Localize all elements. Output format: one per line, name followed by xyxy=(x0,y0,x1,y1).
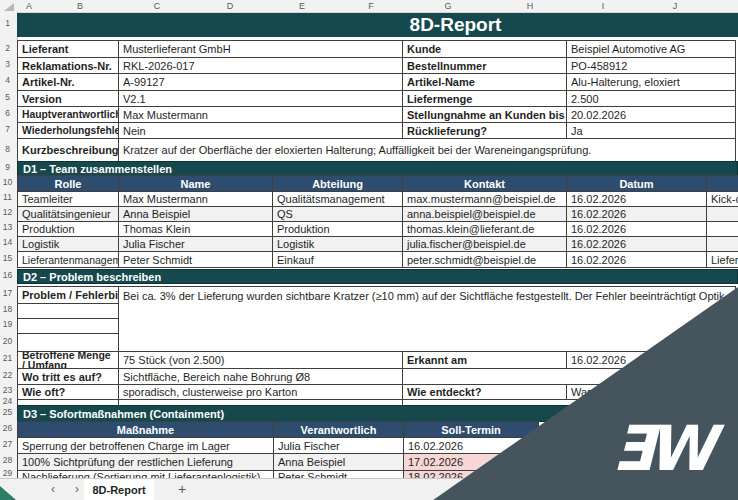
table-column-header[interactable]: Name xyxy=(118,175,273,192)
row-header[interactable]: 14 xyxy=(0,237,15,247)
column-header[interactable]: C xyxy=(148,0,166,12)
table-cell[interactable]: max.mustermann@beispiel.de xyxy=(402,191,567,207)
column-header[interactable]: I xyxy=(594,0,612,12)
row-header[interactable]: 20 xyxy=(0,336,15,346)
row-header[interactable]: 11 xyxy=(0,192,15,202)
row-header[interactable]: 17 xyxy=(0,288,15,298)
table-cell[interactable]: 16.02.2026 xyxy=(566,206,707,222)
row-header[interactable]: 6 xyxy=(0,108,15,118)
prev-sheet-icon[interactable]: ‹ xyxy=(46,482,60,496)
table-cell[interactable]: 100% Sichtprüfung der restlichen Lieferu… xyxy=(17,453,274,471)
column-header[interactable]: G xyxy=(439,0,457,12)
table-cell[interactable]: Kick-of xyxy=(706,191,738,207)
field-value[interactable]: 2.500 xyxy=(566,90,736,107)
table-cell[interactable]: Julia Fischer xyxy=(118,236,273,252)
row-header[interactable]: 24 xyxy=(0,396,15,406)
row-header[interactable]: 8 xyxy=(0,144,15,154)
table-cell[interactable] xyxy=(706,236,738,252)
table-cell[interactable]: 16.02.2026 xyxy=(566,191,707,207)
column-header[interactable]: F xyxy=(362,0,380,12)
empty-cell[interactable] xyxy=(17,333,119,352)
field-label[interactable]: Betroffene Menge / Umfang xyxy=(17,351,119,369)
row-header[interactable]: 27 xyxy=(0,439,15,449)
row-header[interactable]: 16 xyxy=(0,270,15,280)
field-value[interactable]: RKL-2026-017 xyxy=(118,57,403,74)
row-header[interactable]: 26 xyxy=(0,423,15,433)
table-column-header[interactable]: Rolle xyxy=(17,175,119,192)
sheet-tab-active[interactable]: 8D-Report xyxy=(84,479,154,500)
table-cell[interactable]: anna.beispiel@beispiel.de xyxy=(402,206,567,222)
problem-description-cell[interactable]: Bei ca. 3% der Lieferung wurden sichtbar… xyxy=(118,286,736,352)
field-value[interactable]: Musterlieferant GmbH xyxy=(118,40,403,58)
row-header[interactable]: 7 xyxy=(0,124,15,134)
table-cell[interactable]: 16.02.2026 xyxy=(566,221,707,237)
row-header[interactable]: 25 xyxy=(0,407,15,417)
table-cell[interactable]: Peter Schmidt xyxy=(118,251,273,268)
field-label[interactable]: Erkannt am xyxy=(402,351,567,369)
table-column-header[interactable]: Abteilung xyxy=(272,175,403,192)
row-header[interactable]: 12 xyxy=(0,207,15,217)
field-value[interactable]: Ja xyxy=(566,122,736,139)
field-label[interactable]: Kunde xyxy=(402,40,567,58)
column-header[interactable]: A xyxy=(20,0,38,12)
next-sheet-icon[interactable]: › xyxy=(70,482,84,496)
row-header[interactable]: 5 xyxy=(0,92,15,102)
field-value[interactable]: Alu-Halterung, eloxiert xyxy=(566,73,736,91)
field-value[interactable]: Kratzer auf der Oberfläche der eloxierte… xyxy=(118,138,736,162)
row-header[interactable]: 19 xyxy=(0,319,15,329)
row-header[interactable]: 13 xyxy=(0,222,15,232)
field-value[interactable]: Max Mustermann xyxy=(118,106,403,123)
empty-cell[interactable] xyxy=(17,318,119,334)
field-value[interactable]: Nein xyxy=(118,122,403,139)
report-title[interactable]: 8D-Report xyxy=(17,13,738,37)
table-cell[interactable]: peter.schmidt@beispiel.de xyxy=(402,251,567,268)
field-value[interactable]: Sichtfläche, Bereich nahe Bohrung Ø8 xyxy=(118,368,403,385)
field-value[interactable]: sporadisch, clusterweise pro Karton xyxy=(118,384,403,400)
row-header[interactable]: 15 xyxy=(0,253,15,263)
table-cell[interactable]: Teamleiter xyxy=(17,191,119,207)
row-header[interactable]: 2 xyxy=(0,43,15,53)
field-value[interactable]: PO-458912 xyxy=(566,57,736,74)
table-column-header[interactable]: Kontakt xyxy=(402,175,567,192)
table-cell[interactable]: QS xyxy=(272,206,403,222)
field-value[interactable]: Beispiel Automotive AG xyxy=(566,40,736,58)
table-cell[interactable]: 16.02.2026 xyxy=(566,251,707,268)
field-label[interactable]: Rücklieferung? xyxy=(402,122,567,139)
add-sheet-icon[interactable]: + xyxy=(174,481,190,497)
field-label[interactable]: Stellungnahme an Kunden bis xyxy=(402,106,567,123)
field-label[interactable]: Reklamations-Nr. xyxy=(17,57,119,74)
field-label[interactable]: Artikel-Name xyxy=(402,73,567,91)
field-label[interactable]: Version xyxy=(17,90,119,107)
table-cell[interactable]: Julia Fischer xyxy=(273,437,404,454)
field-label[interactable]: Kurzbeschreibung xyxy=(17,138,119,162)
field-value[interactable]: V2.1 xyxy=(118,90,403,107)
row-header[interactable]: 1 xyxy=(0,18,15,28)
column-header[interactable]: D xyxy=(221,0,239,12)
table-column-header[interactable] xyxy=(706,175,738,192)
row-header[interactable]: 23 xyxy=(0,385,15,395)
table-column-header[interactable]: Datum xyxy=(566,175,707,192)
table-cell[interactable]: Qualitätsmanagement xyxy=(272,191,403,207)
field-label[interactable]: Artikel-Nr. xyxy=(17,73,119,91)
field-label[interactable]: Wiederholungsfehler? xyxy=(17,122,119,139)
row-header[interactable]: 3 xyxy=(0,59,15,69)
row-header[interactable]: 9 xyxy=(0,162,15,172)
table-cell[interactable]: Liefera xyxy=(706,251,738,268)
row-header[interactable]: 21 xyxy=(0,353,15,363)
field-label[interactable]: Lieferant xyxy=(17,40,119,58)
table-column-header[interactable]: Verantwortlich xyxy=(273,421,404,438)
table-cell[interactable]: Qualitätsingenieur xyxy=(17,206,119,222)
field-label[interactable]: Bestellnummer xyxy=(402,57,567,74)
table-cell[interactable]: Anna Beispiel xyxy=(118,206,273,222)
section-header-d2[interactable]: D2 – Problem beschreiben xyxy=(17,269,738,284)
table-cell[interactable]: Max Mustermann xyxy=(118,191,273,207)
field-label[interactable]: Wie entdeckt? xyxy=(402,384,567,400)
table-cell[interactable]: Thomas Klein xyxy=(118,221,273,237)
column-header[interactable]: J xyxy=(666,0,684,12)
field-label[interactable]: Hauptverantwortlicher xyxy=(17,106,119,123)
table-cell[interactable]: Logistik xyxy=(17,236,119,252)
table-cell[interactable]: thomas.klein@lieferant.de xyxy=(402,221,567,237)
table-cell[interactable]: Sperrung der betroffenen Charge im Lager xyxy=(17,437,274,454)
table-cell[interactable] xyxy=(706,221,738,237)
table-cell[interactable]: julia.fischer@beispiel.de xyxy=(402,236,567,252)
